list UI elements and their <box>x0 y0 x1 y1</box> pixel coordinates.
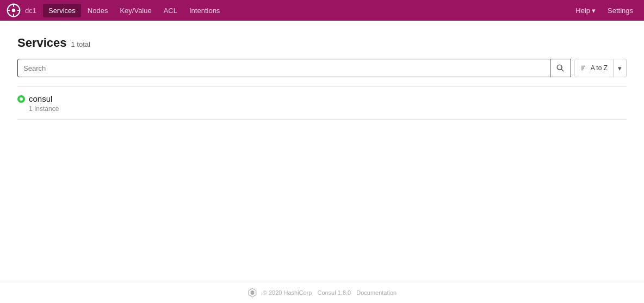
nav-nodes[interactable]: Nodes <box>82 4 114 17</box>
nav-intentions[interactable]: Intentions <box>184 4 225 17</box>
chevron-down-icon: ▾ <box>592 7 596 15</box>
footer: © 2020 HashiCorp Consul 1.8.0 Documentat… <box>0 282 644 303</box>
version-text: Consul 1.8.0 <box>317 289 351 296</box>
search-button[interactable] <box>550 59 571 77</box>
sort-dropdown-button[interactable]: ▾ <box>614 59 627 77</box>
nav-acl[interactable]: ACL <box>158 4 183 17</box>
main-content: Services 1 total A to Z ▾ <box>0 21 644 282</box>
page-header: Services 1 total <box>17 36 627 50</box>
help-button[interactable]: Help ▾ <box>571 4 600 17</box>
search-input-wrapper <box>17 59 550 77</box>
status-dot-inner <box>20 97 23 101</box>
status-indicator <box>17 95 25 103</box>
nav-services[interactable]: Services <box>43 4 81 17</box>
datacenter-label: dc1 <box>25 7 40 15</box>
main-nav: Services Nodes Key/Value ACL Intentions <box>43 4 225 17</box>
sort-label: A to Z <box>591 64 608 72</box>
service-name: consul <box>29 94 52 103</box>
page-title: Services <box>17 36 67 50</box>
hashicorp-logo <box>247 288 257 298</box>
copyright-text: © 2020 HashiCorp <box>263 289 312 296</box>
settings-button[interactable]: Settings <box>603 4 637 17</box>
chevron-down-icon: ▾ <box>618 64 622 72</box>
documentation-link[interactable]: Documentation <box>356 289 397 296</box>
service-name-row: consul <box>17 94 627 103</box>
search-icon <box>556 64 564 72</box>
svg-line-7 <box>561 69 564 71</box>
service-instances: 1 Instance <box>17 105 627 113</box>
svg-point-1 <box>12 9 16 13</box>
service-list: consul 1 Instance <box>17 86 627 120</box>
search-input[interactable] <box>17 59 550 77</box>
service-item[interactable]: consul 1 Instance <box>17 86 627 120</box>
sort-button[interactable]: A to Z <box>574 59 614 77</box>
page-total: 1 total <box>71 40 90 48</box>
navbar: dc1 Services Nodes Key/Value ACL Intenti… <box>0 0 644 21</box>
svg-marker-12 <box>250 290 254 295</box>
nav-keyvalue[interactable]: Key/Value <box>114 4 157 17</box>
navbar-right: Help ▾ Settings <box>571 4 637 17</box>
help-label: Help <box>575 7 590 15</box>
consul-logo[interactable] <box>7 3 21 17</box>
sort-icon <box>580 64 588 72</box>
search-bar: A to Z ▾ <box>17 59 627 77</box>
